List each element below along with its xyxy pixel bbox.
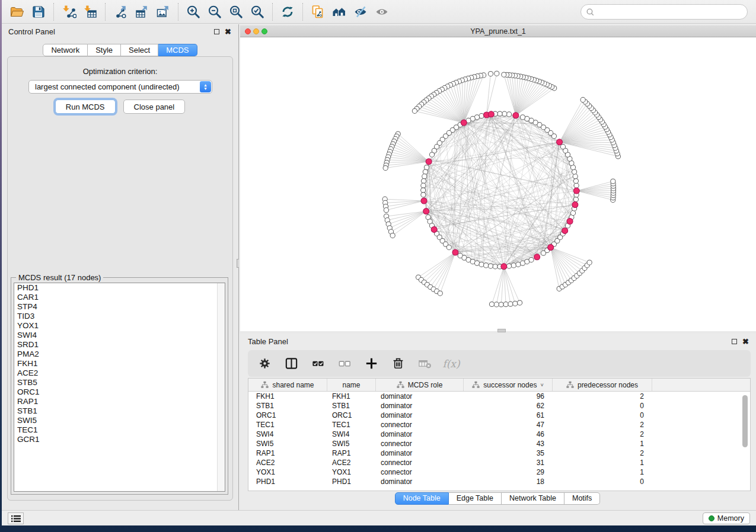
columns-icon[interactable]: [283, 355, 299, 372]
column-header-successor-nodes[interactable]: successor nodes˅: [464, 379, 553, 391]
tab-network-table[interactable]: Network Table: [502, 492, 564, 505]
export-network-icon[interactable]: [110, 2, 131, 21]
cell-MCDS-role: dominator: [376, 411, 464, 419]
cell-name: SWI5: [327, 440, 376, 448]
export-table-icon[interactable]: [131, 2, 152, 21]
mcds-result-node[interactable]: RAP1: [14, 397, 225, 406]
mcds-result-node[interactable]: SRD1: [14, 340, 225, 350]
cell-shared-name: ORC1: [248, 411, 327, 419]
open-file-icon[interactable]: [7, 2, 28, 21]
close-panel-button[interactable]: Close panel: [123, 100, 186, 114]
cell-successor-nodes: 35: [464, 449, 553, 457]
mcds-result-node[interactable]: TID3: [14, 312, 225, 321]
horizontal-splitter-handle[interactable]: [497, 329, 506, 332]
cell-name: PHD1: [327, 477, 376, 486]
run-mcds-button[interactable]: Run MCDS: [55, 100, 116, 114]
deselect-all-icon[interactable]: [336, 355, 353, 372]
mcds-result-node[interactable]: FKH1: [14, 359, 225, 368]
zoom-selected-icon[interactable]: [247, 2, 268, 21]
table-row[interactable]: YOX1YOX1connector291: [248, 467, 750, 477]
table-row[interactable]: TEC1TEC1connector472: [248, 420, 750, 430]
cell-predecessor-nodes: 2: [553, 421, 652, 429]
table-row[interactable]: PHD1PHD1dominator180: [248, 477, 750, 486]
column-header-MCDS-role[interactable]: MCDS role: [376, 379, 464, 391]
search-input[interactable]: [595, 8, 745, 17]
first-neighbors-icon[interactable]: [328, 2, 350, 21]
save-session-icon[interactable]: [28, 2, 49, 21]
search-box[interactable]: [580, 4, 748, 20]
mcds-result-node[interactable]: TEC1: [14, 425, 225, 435]
cell-successor-nodes: 18: [464, 477, 553, 486]
optimization-dropdown[interactable]: largest connected component (undirected)…: [28, 80, 212, 94]
import-network-icon[interactable]: [58, 2, 79, 21]
cell-name: FKH1: [327, 392, 376, 400]
table-row[interactable]: FKH1FKH1dominator962: [248, 392, 750, 401]
table-row[interactable]: SWI5SWI5connector431: [248, 439, 750, 448]
network-graph[interactable]: [240, 37, 756, 331]
refresh-icon[interactable]: [277, 2, 298, 21]
table-row[interactable]: RAP1RAP1dominator352: [248, 448, 750, 458]
zoom-fit-icon[interactable]: [225, 2, 247, 21]
cell-successor-nodes: 29: [464, 468, 553, 476]
sort-chevron-icon[interactable]: ˅: [540, 382, 543, 388]
memory-button[interactable]: Memory: [703, 512, 750, 524]
mcds-result-node[interactable]: PMA2: [14, 350, 225, 359]
mcds-result-node[interactable]: CAR1: [14, 293, 225, 302]
mcds-result-node[interactable]: STP4: [14, 302, 225, 312]
cell-MCDS-role: connector: [376, 459, 464, 467]
tab-edge-table[interactable]: Edge Table: [449, 492, 502, 505]
mcds-result-node[interactable]: YOX1: [14, 321, 225, 331]
status-bar: Memory: [2, 510, 756, 525]
close-table-panel-icon[interactable]: ✖: [742, 337, 749, 347]
column-header-name[interactable]: name: [327, 379, 376, 391]
mcds-result-node[interactable]: ACE2: [14, 368, 225, 378]
select-all-icon[interactable]: [310, 355, 326, 372]
result-scrollbar[interactable]: [217, 283, 225, 491]
tab-node-table[interactable]: Node Table: [395, 492, 449, 505]
tab-select[interactable]: Select: [121, 44, 158, 56]
table-row[interactable]: ACE2ACE2connector311: [248, 458, 750, 467]
tab-style[interactable]: Style: [88, 44, 121, 56]
network-window-title: YPA_prune.txt_1: [240, 25, 756, 37]
table-toolbar: f(x): [248, 350, 751, 377]
float-table-panel-icon[interactable]: [732, 339, 737, 344]
mcds-result-node[interactable]: SWI4: [14, 331, 225, 340]
mcds-result-node[interactable]: STB5: [14, 378, 225, 387]
table-panel-header: Table Panel ✖: [239, 334, 756, 350]
export-image-icon[interactable]: [152, 2, 174, 21]
mcds-result-node[interactable]: ORC1: [14, 387, 225, 397]
column-header-predecessor-nodes[interactable]: predecessor nodes: [553, 379, 652, 391]
mcds-result-node[interactable]: SWI5: [14, 416, 225, 425]
zoom-in-icon[interactable]: [183, 2, 204, 21]
cell-MCDS-role: dominator: [376, 477, 464, 486]
settings-icon[interactable]: [256, 355, 273, 372]
tab-motifs[interactable]: Motifs: [564, 492, 600, 505]
task-history-button[interactable]: [8, 512, 24, 524]
tab-network[interactable]: Network: [43, 44, 88, 56]
mcds-result-node[interactable]: GCR1: [14, 435, 225, 444]
table-tabs: Node TableEdge TableNetwork TableMotifs: [239, 492, 756, 505]
copy-network-icon[interactable]: [307, 2, 328, 21]
import-table-icon[interactable]: [79, 2, 101, 21]
hide-selected-icon[interactable]: [350, 2, 371, 21]
table-row[interactable]: SWI4SWI4dominator462: [248, 430, 750, 439]
table-row[interactable]: ORC1ORC1dominator610: [248, 411, 750, 420]
network-window-titlebar[interactable]: YPA_prune.txt_1: [240, 25, 756, 37]
close-panel-icon[interactable]: ✖: [225, 27, 231, 37]
add-row-icon[interactable]: [363, 355, 379, 372]
cell-MCDS-role: dominator: [376, 449, 464, 457]
delete-row-icon[interactable]: [390, 355, 406, 372]
table-row[interactable]: STB1STB1dominator620: [248, 401, 750, 411]
column-header-shared-name[interactable]: shared name: [248, 379, 327, 391]
mcds-result-node[interactable]: STB1: [14, 406, 225, 416]
show-all-icon[interactable]: [371, 2, 393, 21]
table-scrollbar-thumb[interactable]: [742, 395, 748, 447]
network-canvas[interactable]: [240, 37, 756, 331]
zoom-out-icon[interactable]: [204, 2, 225, 21]
float-panel-icon[interactable]: [214, 29, 219, 34]
mcds-result-node[interactable]: PHD1: [14, 283, 225, 293]
table-panel-title: Table Panel: [248, 337, 288, 346]
cell-shared-name: FKH1: [248, 392, 327, 400]
cell-name: SWI4: [327, 430, 376, 438]
tab-mcds[interactable]: MCDS: [158, 44, 197, 56]
